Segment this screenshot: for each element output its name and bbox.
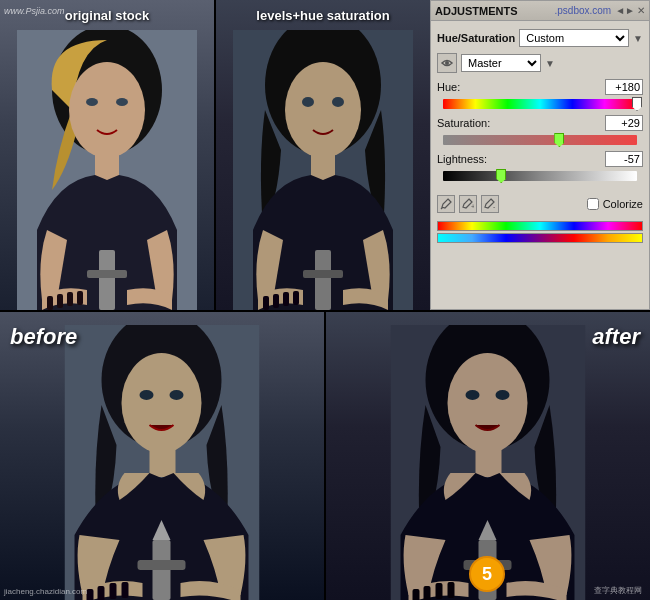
panel-close[interactable]: ✕ <box>637 5 645 16</box>
after-label: after <box>592 324 640 350</box>
spectrum-bar-top <box>437 221 643 231</box>
lightness-slider-thumb[interactable] <box>496 169 506 183</box>
hue-slider-container <box>437 99 643 109</box>
svg-point-14 <box>285 62 361 158</box>
before-photo-top: www.Psjia.com original stock <box>0 0 214 310</box>
watermark-bottom-left: jiacheng.chazidian.com <box>4 587 87 596</box>
after-photo-top: levels+hue saturation <box>216 0 430 310</box>
svg-point-32 <box>170 390 184 400</box>
adjustments-panel: ADJUSTMENTS .psdbox.com ◄► ✕ Hue/Saturat… <box>430 0 650 310</box>
colorize-row: Colorize <box>587 198 643 210</box>
lightness-label: Lightness: <box>437 153 492 165</box>
svg-point-31 <box>140 390 154 400</box>
bottom-row: before jiacheng.chazidian.com <box>0 310 650 600</box>
eyedropper-add-tool[interactable]: + <box>459 195 477 213</box>
hue-label: Hue: <box>437 81 492 93</box>
watermark-bottom-right: 查字典教程网 <box>594 585 642 596</box>
saturation-slider-thumb[interactable] <box>554 133 564 147</box>
svg-point-15 <box>302 97 314 107</box>
hue-slider-thumb[interactable] <box>632 97 642 111</box>
channel-select[interactable]: Master <box>461 54 541 72</box>
svg-rect-36 <box>110 583 117 599</box>
svg-rect-18 <box>263 296 269 310</box>
svg-rect-39 <box>138 560 186 570</box>
eyedropper-subtract-tool[interactable]: - <box>481 195 499 213</box>
saturation-value[interactable] <box>605 115 643 131</box>
svg-point-42 <box>448 353 528 453</box>
svg-rect-35 <box>98 586 105 600</box>
svg-rect-37 <box>122 582 129 598</box>
after-photo-bottom: after 查字典教程网 <box>326 312 650 600</box>
svg-point-44 <box>496 390 510 400</box>
preset-select[interactable]: Custom <box>519 29 629 47</box>
lightness-slider-container <box>437 171 643 181</box>
original-figure <box>17 30 197 310</box>
svg-rect-10 <box>99 250 115 310</box>
before-figure-bottom <box>65 325 260 600</box>
saturation-slider-container <box>437 135 643 145</box>
preset-dropdown-arrow[interactable]: ▼ <box>633 33 643 44</box>
svg-rect-9 <box>77 291 83 305</box>
svg-rect-49 <box>448 582 455 598</box>
panel-arrows[interactable]: ◄► <box>615 5 635 16</box>
svg-text:-: - <box>493 203 496 210</box>
hue-saturation-label: Hue/Saturation <box>437 32 515 44</box>
svg-rect-6 <box>47 296 53 310</box>
lightness-value[interactable] <box>605 151 643 167</box>
before-label: before <box>10 324 77 350</box>
before-photo-bottom: before jiacheng.chazidian.com <box>0 312 324 600</box>
svg-rect-47 <box>424 586 431 600</box>
channel-icon[interactable] <box>437 53 457 73</box>
svg-point-4 <box>116 98 128 106</box>
svg-rect-17 <box>311 150 335 180</box>
watermark-top-left: www.Psjia.com <box>4 6 65 16</box>
spectrum-bar-bottom <box>437 233 643 243</box>
saturation-label: Saturation: <box>437 117 492 129</box>
svg-point-3 <box>86 98 98 106</box>
adjusted-figure <box>233 30 413 310</box>
tools-row: + - Colorize <box>431 191 649 217</box>
svg-rect-23 <box>303 270 343 278</box>
svg-point-2 <box>69 62 145 158</box>
panel-title: ADJUSTMENTS <box>435 5 555 17</box>
panel-titlebar: ADJUSTMENTS .psdbox.com ◄► ✕ <box>431 1 649 21</box>
svg-rect-33 <box>150 447 176 477</box>
colorize-checkbox[interactable] <box>587 198 599 210</box>
lightness-slider-track[interactable] <box>443 171 637 181</box>
svg-rect-8 <box>67 292 73 306</box>
svg-point-30 <box>122 353 202 453</box>
svg-rect-19 <box>273 294 279 308</box>
colorize-label: Colorize <box>603 198 643 210</box>
svg-rect-46 <box>413 589 420 600</box>
svg-rect-45 <box>476 447 502 477</box>
badge-number: 5 <box>469 556 505 592</box>
svg-rect-7 <box>57 294 63 308</box>
svg-rect-21 <box>293 291 299 305</box>
hue-slider-track[interactable] <box>443 99 637 109</box>
svg-rect-34 <box>87 589 94 600</box>
label-adjusted: levels+hue saturation <box>256 8 389 23</box>
svg-text:+: + <box>471 203 474 210</box>
label-original: original stock <box>65 8 150 23</box>
saturation-slider-track[interactable] <box>443 135 637 145</box>
svg-point-24 <box>445 61 449 65</box>
svg-rect-22 <box>315 250 331 310</box>
svg-point-43 <box>466 390 480 400</box>
hue-value[interactable] <box>605 79 643 95</box>
svg-rect-11 <box>87 270 127 278</box>
panel-link[interactable]: .psdbox.com <box>555 5 612 16</box>
channel-dropdown-arrow[interactable]: ▼ <box>545 58 555 69</box>
svg-point-16 <box>332 97 344 107</box>
svg-rect-48 <box>436 583 443 599</box>
svg-rect-5 <box>95 150 119 180</box>
svg-rect-20 <box>283 292 289 306</box>
eyedropper-tool[interactable] <box>437 195 455 213</box>
